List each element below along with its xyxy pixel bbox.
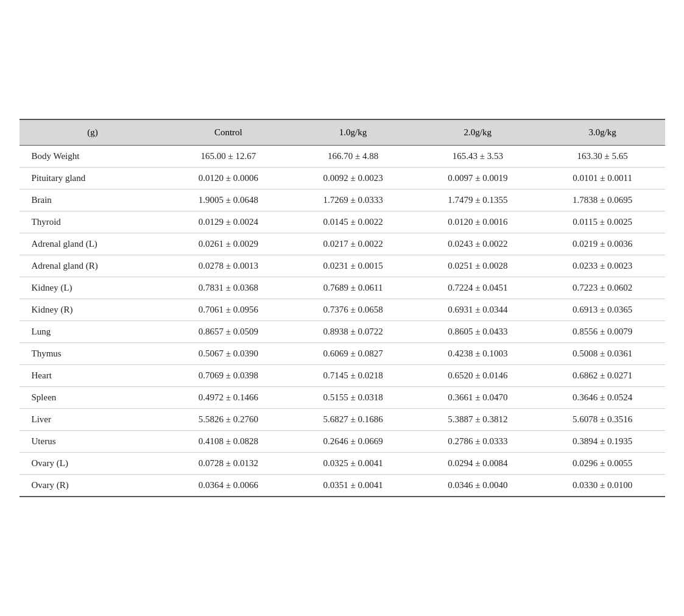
data-value: 0.0092 ± 0.0023: [291, 168, 415, 189]
data-value: 0.8657 ± 0.0509: [166, 321, 291, 343]
data-value: 0.6931 ± 0.0344: [415, 299, 540, 321]
data-value: 0.0728 ± 0.0132: [166, 453, 291, 475]
data-value: 0.7061 ± 0.0956: [166, 299, 291, 321]
data-value: 0.7689 ± 0.0611: [291, 277, 415, 299]
data-value: 0.7224 ± 0.0451: [415, 277, 540, 299]
data-value: 0.5008 ± 0.0361: [540, 343, 665, 365]
data-value: 0.0129 ± 0.0024: [166, 211, 291, 233]
data-value: 0.7145 ± 0.0218: [291, 365, 415, 387]
data-value: 0.0101 ± 0.0011: [540, 168, 665, 189]
data-value: 0.4108 ± 0.0828: [166, 431, 291, 453]
table-row: Liver5.5826 ± 0.27605.6827 ± 0.16865.388…: [19, 409, 665, 431]
data-value: 0.3894 ± 0.1935: [540, 431, 665, 453]
data-value: 0.0217 ± 0.0022: [291, 233, 415, 255]
data-value: 5.6078 ± 0.3516: [540, 409, 665, 431]
table-row: Ovary (R)0.0364 ± 0.00660.0351 ± 0.00410…: [19, 475, 665, 497]
table-row: Ovary (L)0.0728 ± 0.01320.0325 ± 0.00410…: [19, 453, 665, 475]
data-value: 0.8938 ± 0.0722: [291, 321, 415, 343]
organ-name: Uterus: [19, 431, 166, 453]
table-row: Kidney (L)0.7831 ± 0.03680.7689 ± 0.0611…: [19, 277, 665, 299]
data-value: 165.00 ± 12.67: [166, 146, 291, 168]
table-row: Heart0.7069 ± 0.03980.7145 ± 0.02180.652…: [19, 365, 665, 387]
data-value: 0.0325 ± 0.0041: [291, 453, 415, 475]
col-header-dose1: 1.0g/kg: [291, 119, 415, 146]
data-value: 0.0231 ± 0.0015: [291, 255, 415, 277]
data-value: 0.0330 ± 0.0100: [540, 475, 665, 497]
data-value: 0.6913 ± 0.0365: [540, 299, 665, 321]
organ-weight-table: (g) Control 1.0g/kg 2.0g/kg 3.0g/kg Body…: [19, 119, 665, 497]
data-value: 0.0278 ± 0.0013: [166, 255, 291, 277]
data-value: 0.6069 ± 0.0827: [291, 343, 415, 365]
organ-name: Thymus: [19, 343, 166, 365]
table-row: Adrenal gland (R)0.0278 ± 0.00130.0231 ±…: [19, 255, 665, 277]
organ-name: Kidney (L): [19, 277, 166, 299]
organ-name: Spleen: [19, 387, 166, 409]
data-value: 5.6827 ± 0.1686: [291, 409, 415, 431]
table-container: (g) Control 1.0g/kg 2.0g/kg 3.0g/kg Body…: [19, 119, 665, 497]
data-value: 1.9005 ± 0.0648: [166, 189, 291, 211]
data-value: 5.3887 ± 0.3812: [415, 409, 540, 431]
organ-name: Kidney (R): [19, 299, 166, 321]
col-header-organ: (g): [19, 119, 166, 146]
data-value: 0.3646 ± 0.0524: [540, 387, 665, 409]
data-value: 0.5155 ± 0.0318: [291, 387, 415, 409]
data-value: 0.0120 ± 0.0016: [415, 211, 540, 233]
data-value: 0.0219 ± 0.0036: [540, 233, 665, 255]
data-value: 0.0115 ± 0.0025: [540, 211, 665, 233]
data-value: 1.7838 ± 0.0695: [540, 189, 665, 211]
table-row: Body Weight165.00 ± 12.67166.70 ± 4.8816…: [19, 146, 665, 168]
data-value: 166.70 ± 4.88: [291, 146, 415, 168]
organ-name: Ovary (R): [19, 475, 166, 497]
data-value: 0.7831 ± 0.0368: [166, 277, 291, 299]
data-value: 0.4238 ± 0.1003: [415, 343, 540, 365]
data-value: 0.0120 ± 0.0006: [166, 168, 291, 189]
data-value: 0.6520 ± 0.0146: [415, 365, 540, 387]
table-row: Adrenal gland (L)0.0261 ± 0.00290.0217 ±…: [19, 233, 665, 255]
data-value: 1.7479 ± 0.1355: [415, 189, 540, 211]
data-value: 0.2646 ± 0.0669: [291, 431, 415, 453]
data-value: 0.0243 ± 0.0022: [415, 233, 540, 255]
data-value: 0.0296 ± 0.0055: [540, 453, 665, 475]
table-row: Thymus0.5067 ± 0.03900.6069 ± 0.08270.42…: [19, 343, 665, 365]
data-value: 0.8605 ± 0.0433: [415, 321, 540, 343]
organ-name: Liver: [19, 409, 166, 431]
table-row: Uterus0.4108 ± 0.08280.2646 ± 0.06690.27…: [19, 431, 665, 453]
data-value: 165.43 ± 3.53: [415, 146, 540, 168]
organ-name: Adrenal gland (R): [19, 255, 166, 277]
data-value: 0.5067 ± 0.0390: [166, 343, 291, 365]
data-value: 0.2786 ± 0.0333: [415, 431, 540, 453]
data-value: 0.0145 ± 0.0022: [291, 211, 415, 233]
data-value: 0.0364 ± 0.0066: [166, 475, 291, 497]
table-row: Pituitary gland0.0120 ± 0.00060.0092 ± 0…: [19, 168, 665, 189]
organ-name: Thyroid: [19, 211, 166, 233]
data-value: 0.4972 ± 0.1466: [166, 387, 291, 409]
table-row: Lung0.8657 ± 0.05090.8938 ± 0.07220.8605…: [19, 321, 665, 343]
table-row: Brain1.9005 ± 0.06481.7269 ± 0.03331.747…: [19, 189, 665, 211]
data-value: 0.0251 ± 0.0028: [415, 255, 540, 277]
data-value: 0.8556 ± 0.0079: [540, 321, 665, 343]
data-value: 0.6862 ± 0.0271: [540, 365, 665, 387]
data-value: 0.0261 ± 0.0029: [166, 233, 291, 255]
data-value: 5.5826 ± 0.2760: [166, 409, 291, 431]
organ-name: Heart: [19, 365, 166, 387]
table-header-row: (g) Control 1.0g/kg 2.0g/kg 3.0g/kg: [19, 119, 665, 146]
table-row: Spleen0.4972 ± 0.14660.5155 ± 0.03180.36…: [19, 387, 665, 409]
data-value: 0.0346 ± 0.0040: [415, 475, 540, 497]
data-value: 0.0233 ± 0.0023: [540, 255, 665, 277]
data-value: 1.7269 ± 0.0333: [291, 189, 415, 211]
table-row: Thyroid0.0129 ± 0.00240.0145 ± 0.00220.0…: [19, 211, 665, 233]
data-value: 0.0294 ± 0.0084: [415, 453, 540, 475]
organ-name: Adrenal gland (L): [19, 233, 166, 255]
organ-name: Pituitary gland: [19, 168, 166, 189]
data-value: 0.0351 ± 0.0041: [291, 475, 415, 497]
data-value: 163.30 ± 5.65: [540, 146, 665, 168]
data-value: 0.3661 ± 0.0470: [415, 387, 540, 409]
organ-name: Brain: [19, 189, 166, 211]
col-header-dose3: 3.0g/kg: [540, 119, 665, 146]
table-row: Kidney (R)0.7061 ± 0.09560.7376 ± 0.0658…: [19, 299, 665, 321]
organ-name: Lung: [19, 321, 166, 343]
col-header-dose2: 2.0g/kg: [415, 119, 540, 146]
data-value: 0.0097 ± 0.0019: [415, 168, 540, 189]
organ-name: Ovary (L): [19, 453, 166, 475]
col-header-control: Control: [166, 119, 291, 146]
